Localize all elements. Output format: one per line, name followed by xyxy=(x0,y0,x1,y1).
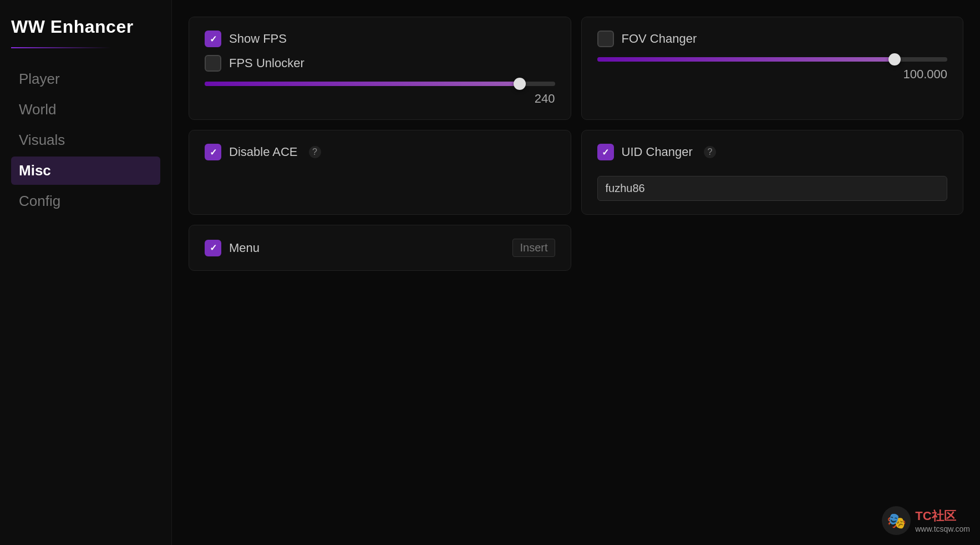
disable-ace-help[interactable]: ? xyxy=(309,146,321,158)
fps-unlocker-row: FPS Unlocker xyxy=(205,55,555,72)
fov-label: FOV Changer xyxy=(622,32,697,46)
sidebar-item-player[interactable]: Player xyxy=(11,65,160,93)
fov-slider-value: 100.000 xyxy=(597,67,948,82)
sidebar-item-visuals[interactable]: Visuals xyxy=(11,126,160,154)
fov-row: FOV Changer xyxy=(597,31,948,47)
fov-slider-thumb[interactable] xyxy=(888,53,901,65)
fov-card: FOV Changer 100.000 xyxy=(581,17,964,120)
menu-label: Menu xyxy=(229,241,260,255)
menu-card: ✓ Menu Insert xyxy=(189,225,571,271)
show-fps-checkbox[interactable]: ✓ xyxy=(205,31,221,47)
watermark-brand: TC社区 xyxy=(915,508,970,524)
fps-card: ✓ Show FPS FPS Unlocker 240 xyxy=(189,17,571,120)
fov-slider-track xyxy=(597,57,948,62)
sidebar: WW Enhancer Player World Visuals Misc Co… xyxy=(0,0,172,545)
fps-slider-thumb[interactable] xyxy=(514,78,526,90)
watermark-icon: 🎭 xyxy=(882,506,911,535)
uid-row: ✓ UID Changer ? xyxy=(597,144,948,160)
checkmark-icon: ✓ xyxy=(210,243,217,253)
fps-unlocker-checkbox[interactable] xyxy=(205,55,221,72)
uid-label: UID Changer xyxy=(622,145,693,159)
fov-checkbox[interactable] xyxy=(597,31,614,47)
menu-keybind[interactable]: Insert xyxy=(512,239,555,257)
disable-ace-label: Disable ACE xyxy=(229,145,298,159)
fps-slider-track xyxy=(205,82,555,86)
sidebar-item-config[interactable]: Config xyxy=(11,187,160,215)
sidebar-item-misc[interactable]: Misc xyxy=(11,157,160,185)
checkmark-icon: ✓ xyxy=(210,34,217,44)
app-title: WW Enhancer xyxy=(11,17,160,37)
menu-row: ✓ Menu Insert xyxy=(205,239,555,257)
fps-slider-fill xyxy=(205,82,520,86)
watermark-text: TC社区 www.tcsqw.com xyxy=(915,508,970,533)
disable-ace-card: ✓ Disable ACE ? xyxy=(189,130,571,215)
checkmark-icon: ✓ xyxy=(210,147,217,158)
fps-slider-value: 240 xyxy=(205,92,555,106)
uid-input-field[interactable] xyxy=(597,176,948,201)
main-content: ✓ Show FPS FPS Unlocker 240 ✓ Disable AC… xyxy=(172,0,980,545)
menu-checkbox[interactable]: ✓ xyxy=(205,240,221,256)
uid-card: ✓ UID Changer ? xyxy=(581,130,964,215)
fps-slider-container: 240 xyxy=(205,79,555,106)
uid-help[interactable]: ? xyxy=(704,146,716,158)
fps-unlocker-label: FPS Unlocker xyxy=(229,56,304,70)
disable-ace-row: ✓ Disable ACE ? xyxy=(205,144,555,160)
show-fps-row: ✓ Show FPS xyxy=(205,31,555,47)
fov-slider-fill xyxy=(597,57,895,62)
watermark-url: www.tcsqw.com xyxy=(915,524,970,533)
menu-checkbox-row: ✓ Menu xyxy=(205,240,260,256)
show-fps-label: Show FPS xyxy=(229,32,287,46)
sidebar-item-world[interactable]: World xyxy=(11,95,160,124)
watermark: 🎭 TC社区 www.tcsqw.com xyxy=(882,506,970,535)
checkmark-icon: ✓ xyxy=(602,147,609,158)
disable-ace-checkbox[interactable]: ✓ xyxy=(205,144,221,160)
uid-checkbox[interactable]: ✓ xyxy=(597,144,614,160)
fov-slider-container: 100.000 xyxy=(597,55,948,82)
sidebar-divider xyxy=(11,47,111,48)
